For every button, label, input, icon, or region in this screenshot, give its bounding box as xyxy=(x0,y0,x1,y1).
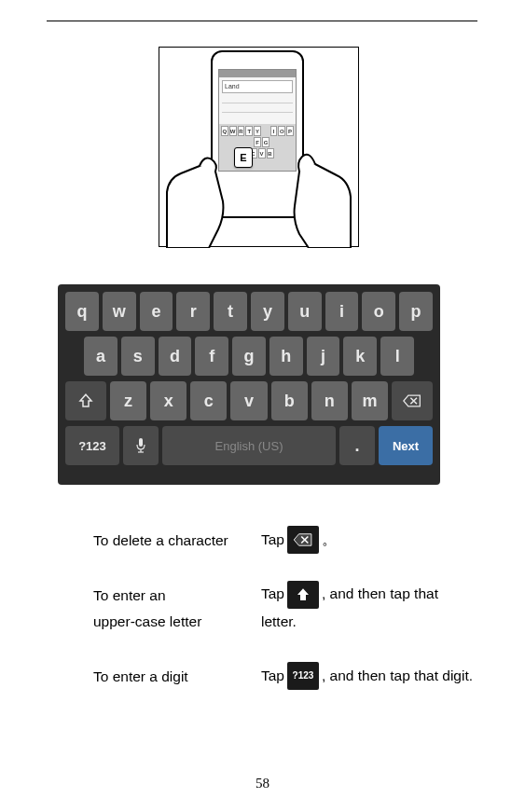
phone-body: Land Q W R T Y I O P xyxy=(211,50,304,218)
key-numeric: ?123 xyxy=(65,426,119,465)
shift-icon xyxy=(295,586,311,603)
mini-key: O xyxy=(278,126,285,136)
instruction-label: To delete a character xyxy=(93,526,261,555)
key-t: t xyxy=(214,292,247,331)
numeric-icon-label: ?123 xyxy=(293,667,314,685)
mini-key: P xyxy=(286,126,294,136)
key-v: v xyxy=(230,381,267,420)
keyboard-row-3: z x c v b n m xyxy=(65,381,433,420)
key-next: Next xyxy=(379,426,433,465)
mic-icon xyxy=(135,437,146,454)
instruction-action: Tap , and then tap that letter. xyxy=(261,581,474,636)
page-number: 58 xyxy=(0,776,525,791)
mini-key: B xyxy=(267,148,274,158)
phone-line xyxy=(222,105,293,113)
key-e: e xyxy=(140,292,173,331)
key-a: a xyxy=(84,337,117,376)
key-p: p xyxy=(399,292,433,331)
keyboard-row-4: ?123 English (US) . Next xyxy=(65,426,433,465)
phone-screen: Land Q W R T Y I O P xyxy=(218,69,297,172)
key-period: . xyxy=(339,426,375,465)
key-n: n xyxy=(311,381,348,420)
phone-line xyxy=(222,96,293,103)
key-z: z xyxy=(110,381,146,420)
mini-key: I xyxy=(270,126,278,136)
key-d: d xyxy=(159,337,192,376)
shift-key-icon xyxy=(287,581,319,609)
instruction-delete: To delete a character Tap 。 xyxy=(93,526,522,555)
key-m: m xyxy=(352,381,388,420)
numeric-key-icon: ?123 xyxy=(287,662,319,690)
key-i: i xyxy=(325,292,359,331)
mini-key: F xyxy=(254,137,261,147)
mini-key: Y xyxy=(254,126,261,136)
instruction-label: To enter a digit xyxy=(93,662,261,691)
phone-text-input: Land xyxy=(222,80,293,93)
key-q: q xyxy=(65,292,99,331)
instruction-label: To enter an upper-case letter xyxy=(93,581,261,636)
key-s: s xyxy=(121,337,155,376)
key-j: j xyxy=(307,337,340,376)
text: Tap xyxy=(261,527,284,554)
key-g: g xyxy=(232,337,266,376)
text: 。 xyxy=(322,527,337,554)
key-o: o xyxy=(362,292,395,331)
instruction-uppercase: To enter an upper-case letter Tap , and … xyxy=(93,581,522,636)
key-backspace xyxy=(392,381,433,420)
key-c: c xyxy=(190,381,227,420)
key-k: k xyxy=(343,337,377,376)
phone-statusbar xyxy=(219,70,296,77)
text: Tap xyxy=(261,581,284,608)
mini-key: G xyxy=(262,137,269,147)
text: upper-case letter xyxy=(93,609,261,636)
backspace-icon xyxy=(293,532,313,547)
onscreen-keyboard-screenshot: q w e r t y u i o p a s d f g h j k l z … xyxy=(58,284,440,485)
mini-key: W xyxy=(229,126,237,136)
mini-key: T xyxy=(245,126,253,136)
svg-rect-0 xyxy=(139,438,143,447)
text: letter. xyxy=(261,609,474,636)
phone-mini-keyboard: Q W R T Y I O P F G xyxy=(219,124,296,171)
key-x: x xyxy=(150,381,187,420)
instruction-list: To delete a character Tap 。 To enter an … xyxy=(93,526,522,717)
instruction-action: Tap 。 xyxy=(261,526,337,554)
key-mic xyxy=(123,426,159,465)
key-u: u xyxy=(288,292,322,331)
text: Tap xyxy=(261,663,284,690)
backspace-icon xyxy=(403,393,421,408)
shift-icon xyxy=(77,392,94,409)
backspace-key-icon xyxy=(287,526,319,554)
key-space: English (US) xyxy=(162,426,336,465)
top-divider xyxy=(47,21,477,21)
key-popup: E xyxy=(234,147,253,168)
text: To enter an xyxy=(93,583,261,610)
key-r: r xyxy=(176,292,210,331)
text: , and then tap that xyxy=(322,581,438,608)
instruction-digit: To enter a digit Tap ?123 , and then tap… xyxy=(93,662,522,691)
instruction-action: Tap ?123 , and then tap that digit. xyxy=(261,662,473,690)
keyboard-row-1: q w e r t y u i o p xyxy=(65,292,433,331)
keyboard-row-2: a s d f g h j k l xyxy=(65,337,433,376)
key-w: w xyxy=(103,292,136,331)
mini-key: Q xyxy=(221,126,228,136)
text: , and then tap that digit. xyxy=(322,663,473,690)
key-shift xyxy=(65,381,106,420)
mini-key: V xyxy=(258,148,266,158)
key-f: f xyxy=(195,337,228,376)
phone-typing-illustration: Land Q W R T Y I O P xyxy=(159,47,359,247)
key-l: l xyxy=(380,337,414,376)
key-y: y xyxy=(251,292,284,331)
key-h: h xyxy=(269,337,303,376)
mini-key: R xyxy=(238,126,245,136)
key-b: b xyxy=(271,381,308,420)
